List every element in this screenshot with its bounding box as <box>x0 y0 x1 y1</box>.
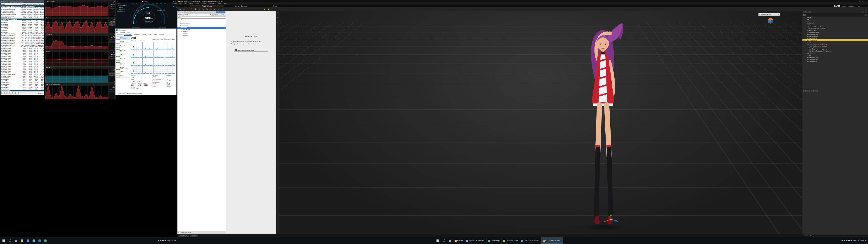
node-select-icon[interactable]: ✚ <box>194 8 197 10</box>
minimize-icon[interactable]: ─ <box>859 1 861 2</box>
column-header-maximum[interactable]: Maximum <box>32 4 38 5</box>
start-button[interactable] <box>434 237 441 244</box>
sim-pane-tab-presets[interactable]: Presets <box>178 11 183 13</box>
expand-arrow-icon[interactable]: ▸ <box>805 49 807 50</box>
scene-node[interactable]: ▸●◆Genesis 3 Female Genitalia (2) <box>802 45 868 47</box>
frame-icon[interactable]: ◎ <box>217 8 220 10</box>
camera-selector-dropdown[interactable]: ☰ Perspective View ▾ <box>758 13 780 16</box>
clock[interactable]: 8:09 PM <box>858 240 864 242</box>
property-group-duration[interactable]: •Duration <box>178 30 226 33</box>
visibility-eye-icon[interactable]: ● <box>807 43 808 45</box>
close-icon[interactable]: × <box>114 67 115 68</box>
minimize-icon[interactable]: ─ <box>172 0 174 2</box>
visibility-eye-icon[interactable]: ● <box>807 26 808 27</box>
expand-arrow-icon[interactable]: ▸ <box>805 43 807 45</box>
minimize-icon[interactable]: ─ <box>167 29 170 31</box>
open-resource-monitor-link[interactable]: Open Resource Monitor <box>127 93 142 94</box>
sensor-row[interactable]: Core 3 Ratio32.0 x32.0 x32.0 x32.0 x <box>1 82 44 83</box>
scene-node[interactable]: ▸●▱Blooming Sandals <box>802 32 868 34</box>
visibility-eye-icon[interactable]: ● <box>807 36 808 37</box>
sensor-row[interactable]: Core 2 VID1.106 V1.100 V1.188 V1.107 V <box>1 23 44 25</box>
sensor-row[interactable]: Core 5 T1 Usage0.0 %0.0 %100.0 %1.0 % <box>1 65 44 67</box>
fix-y-button[interactable]: Fix y <box>109 56 115 57</box>
sensor-row[interactable]: Core 3 T1 Usage0.0 %0.0 %100.0 %1.2 % <box>1 59 44 61</box>
graph-icon[interactable] <box>7 92 10 94</box>
sensor-row[interactable]: Page File Usage0.0 %0.0 %0.0 %0.0 % <box>1 17 44 18</box>
scene-node[interactable]: ▸●◆Genesis 3 Female Eyelashes <box>802 26 868 28</box>
sensor-row[interactable]: Core 0 VID1.100 V1.100 V1.138 V1.107 V <box>1 20 44 22</box>
sensor-row[interactable]: Core 2 Ratio32.0 x32.0 x32.0 x32.0 x <box>1 80 44 82</box>
sensor-row[interactable]: Core 4 Clock (perf #1/1)3,193.1 MHz3,192… <box>1 39 44 41</box>
sim-pane-tab-editor[interactable]: Editor <box>184 11 187 13</box>
visibility-eye-icon[interactable]: ● <box>807 41 808 43</box>
scene-node[interactable]: ▸●≈Sherry Hair <box>802 47 868 49</box>
add-clc-button[interactable]: + CLC <box>171 6 177 8</box>
close-icon[interactable]: × <box>114 50 115 52</box>
sidebar-item-disk-2-c-[interactable]: Disk 2 (C:)0% <box>116 53 130 57</box>
menu-item[interactable]: LED SYNC <box>117 7 128 8</box>
taskbar-button-evga-flow-control[interactable]: EVGA Flow Control <box>501 237 520 244</box>
sidebar-item-memory[interactable]: Memory9.0/31.9 GB (28%) <box>116 40 130 44</box>
minimize-icon[interactable]: ─ <box>37 1 39 3</box>
tab-processes[interactable]: Processes <box>116 34 123 36</box>
hwinfo-titlebar[interactable]: HWiNFO64 v5.60-3280 Sensor Status ─ □ × <box>1 1 44 3</box>
sensor-row[interactable]: Core 5 Ratio32.0 x32.0 x32.0 x32.0 x <box>1 85 44 87</box>
nvidia-icon[interactable] <box>844 240 845 241</box>
account-link-my-account[interactable]: My Account <box>848 5 855 7</box>
search-icon[interactable] <box>441 237 447 244</box>
maximize-icon[interactable]: □ <box>39 1 41 3</box>
sensor-row[interactable]: Core 4 Ratio32.0 x32.0 x32.0 x32.0 x <box>1 83 44 85</box>
photos-icon[interactable] <box>31 237 37 244</box>
fix-y-button[interactable]: Fix y <box>109 72 115 74</box>
scene-search-input[interactable] <box>805 14 864 16</box>
menu-scripts[interactable]: Scripts <box>217 3 221 4</box>
expand-arrow-icon[interactable]: ▾ <box>802 53 804 54</box>
sensor-row[interactable]: Bus Clock99.8 MHz99.8 MHz102.2 MHz99.8 M… <box>1 46 44 48</box>
sensor-row[interactable]: Core 7 T0 Usage0.0 %0.0 %100.0 %1.8 % <box>1 70 44 72</box>
clock[interactable]: 8:09 PM <box>167 240 174 242</box>
column-header-minimum[interactable]: Minimum <box>26 4 32 5</box>
visibility-eye-icon[interactable]: ● <box>807 59 808 60</box>
activity-tab-pose-animate[interactable]: Pose & Animate <box>190 5 224 7</box>
scene-node[interactable]: ▸●∙Hip <box>802 24 868 26</box>
sensor-group-header[interactable]: System: GIGABYTE TECHNOLOGY CO., LTD. AB… <box>1 5 44 7</box>
sensor-row[interactable]: Core 1 Clock (perf #1/1)3,193.1 MHz3,192… <box>1 35 44 36</box>
defaults-button[interactable]: Defaults <box>213 13 219 16</box>
menu-create[interactable]: Create <box>189 3 193 4</box>
property-group-quality[interactable]: •Quality <box>178 33 226 35</box>
reset-button[interactable]: Reset <box>109 91 115 92</box>
sensor-row[interactable]: Core 5 T0 Usage0.0 %0.0 %100.0 %2.1 % <box>1 64 44 65</box>
property-group-collision[interactable]: •Collision <box>178 34 226 36</box>
maximize-icon[interactable]: □ <box>170 29 173 31</box>
pane-grip-icon[interactable]: ▪ <box>277 22 278 23</box>
tab-app-history[interactable]: App history <box>133 34 140 36</box>
expand-arrow-icon[interactable]: ▸ <box>805 48 807 49</box>
daz-titlebar[interactable]: DAZ Studio 4.10 Pro Public Build - 20180… <box>178 0 868 2</box>
simulate-button[interactable]: Simulate <box>216 11 225 13</box>
sim-pane-tab-advanced[interactable]: Advanced <box>189 11 194 13</box>
settings-icon[interactable] <box>1 92 4 94</box>
visibility-eye-icon[interactable]: ● <box>804 21 805 22</box>
maximize-icon[interactable]: □ <box>862 1 864 2</box>
close-icon[interactable]: × <box>114 84 115 85</box>
scene-node[interactable]: ▸●▱SYLVIA Loincloth 02 Genesis 3 Female <box>802 51 868 53</box>
visibility-eye-icon[interactable]: ● <box>807 30 808 31</box>
scene-options-icon[interactable]: ≡ <box>862 11 864 13</box>
scene-node[interactable]: ●■Floor <box>802 18 868 20</box>
browser-icon[interactable] <box>25 237 31 244</box>
tab-users[interactable]: Users <box>148 34 151 36</box>
task-view-icon[interactable]: ▦ <box>13 237 19 244</box>
column-header-average[interactable]: Average <box>38 4 44 5</box>
sidebar-item-disk-3-r-[interactable]: Disk 3 (R:)0% <box>116 57 130 62</box>
menu-edit[interactable]: Edit <box>184 3 186 4</box>
graph-titlebar[interactable]: System 4× <box>45 17 116 19</box>
scene-tab[interactable]: Scene <box>803 11 811 13</box>
property-group-initialization[interactable]: •Initialization <box>178 29 226 31</box>
expand-arrow-icon[interactable]: ▸ <box>805 30 807 31</box>
visibility-eye-icon[interactable]: ● <box>807 48 808 49</box>
sensor-row[interactable]: Core 0 T1 Usage0.0 %0.0 %100.0 %4.1 % <box>1 49 44 51</box>
property-group-currently-used[interactable]: ◔Currently Used <box>178 23 226 25</box>
close-icon[interactable]: × <box>865 1 867 2</box>
visibility-eye-icon[interactable]: ● <box>807 32 808 33</box>
tray-expand-icon[interactable] <box>158 240 159 241</box>
